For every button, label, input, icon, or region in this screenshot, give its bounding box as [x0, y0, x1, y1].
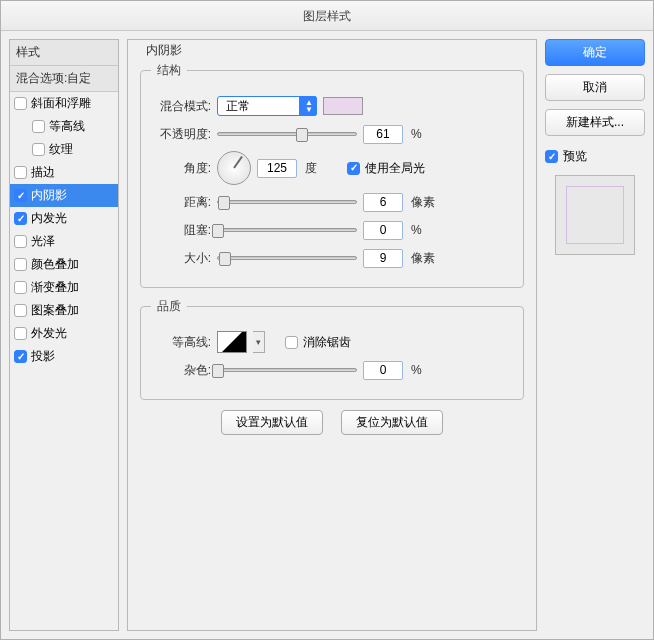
- style-item-10[interactable]: 外发光: [10, 322, 118, 345]
- style-item-0[interactable]: 斜面和浮雕: [10, 92, 118, 115]
- new-style-button[interactable]: 新建样式...: [545, 109, 645, 136]
- styles-header[interactable]: 样式: [10, 40, 118, 66]
- distance-unit: 像素: [411, 194, 441, 211]
- contour-dropdown-icon[interactable]: ▾: [253, 331, 265, 353]
- contour-label: 等高线:: [151, 334, 211, 351]
- structure-legend: 结构: [151, 62, 187, 79]
- global-light-checkbox[interactable]: [347, 162, 360, 175]
- structure-group: 结构 混合模式: 正常 ▲▼ 不透明度: %: [140, 62, 524, 288]
- choke-unit: %: [411, 223, 441, 237]
- set-default-button[interactable]: 设置为默认值: [221, 410, 323, 435]
- choke-label: 阻塞:: [151, 222, 211, 239]
- distance-input[interactable]: [363, 193, 403, 212]
- noise-label: 杂色:: [151, 362, 211, 379]
- size-unit: 像素: [411, 250, 441, 267]
- opacity-slider[interactable]: [217, 132, 357, 136]
- angle-input[interactable]: [257, 159, 297, 178]
- style-item-label: 图案叠加: [31, 302, 79, 319]
- quality-legend: 品质: [151, 298, 187, 315]
- style-item-checkbox[interactable]: [14, 350, 27, 363]
- anti-alias-checkbox[interactable]: [285, 336, 298, 349]
- angle-unit: 度: [305, 160, 335, 177]
- style-item-9[interactable]: 图案叠加: [10, 299, 118, 322]
- style-item-label: 外发光: [31, 325, 67, 342]
- anti-alias-label: 消除锯齿: [303, 334, 351, 351]
- style-item-label: 颜色叠加: [31, 256, 79, 273]
- color-swatch[interactable]: [323, 97, 363, 115]
- style-item-label: 纹理: [49, 141, 73, 158]
- preview-label: 预览: [563, 148, 587, 165]
- style-item-label: 光泽: [31, 233, 55, 250]
- cancel-button[interactable]: 取消: [545, 74, 645, 101]
- style-item-4[interactable]: 内阴影: [10, 184, 118, 207]
- style-item-checkbox[interactable]: [32, 120, 45, 133]
- style-item-5[interactable]: 内发光: [10, 207, 118, 230]
- style-item-label: 斜面和浮雕: [31, 95, 91, 112]
- preview-thumbnail: [555, 175, 635, 255]
- choke-slider[interactable]: [217, 228, 357, 232]
- choke-input[interactable]: [363, 221, 403, 240]
- style-item-6[interactable]: 光泽: [10, 230, 118, 253]
- style-item-label: 内发光: [31, 210, 67, 227]
- style-item-label: 投影: [31, 348, 55, 365]
- ok-button[interactable]: 确定: [545, 39, 645, 66]
- layer-style-dialog: 图层样式 样式 混合选项:自定 斜面和浮雕等高线纹理描边内阴影内发光光泽颜色叠加…: [0, 0, 654, 640]
- distance-label: 距离:: [151, 194, 211, 211]
- contour-picker[interactable]: [217, 331, 247, 353]
- style-item-checkbox[interactable]: [14, 235, 27, 248]
- size-input[interactable]: [363, 249, 403, 268]
- size-slider[interactable]: [217, 256, 357, 260]
- style-item-checkbox[interactable]: [14, 327, 27, 340]
- style-item-checkbox[interactable]: [14, 304, 27, 317]
- dialog-content: 样式 混合选项:自定 斜面和浮雕等高线纹理描边内阴影内发光光泽颜色叠加渐变叠加图…: [1, 31, 653, 639]
- style-item-checkbox[interactable]: [14, 258, 27, 271]
- angle-label: 角度:: [151, 160, 211, 177]
- style-item-3[interactable]: 描边: [10, 161, 118, 184]
- style-item-checkbox[interactable]: [14, 166, 27, 179]
- style-item-checkbox[interactable]: [14, 212, 27, 225]
- style-item-label: 描边: [31, 164, 55, 181]
- size-label: 大小:: [151, 250, 211, 267]
- global-light-label: 使用全局光: [365, 160, 425, 177]
- style-item-label: 内阴影: [31, 187, 67, 204]
- style-item-7[interactable]: 颜色叠加: [10, 253, 118, 276]
- style-item-8[interactable]: 渐变叠加: [10, 276, 118, 299]
- center-panel: 内阴影 结构 混合模式: 正常 ▲▼ 不透明度:: [127, 39, 537, 631]
- opacity-unit: %: [411, 127, 441, 141]
- style-item-checkbox[interactable]: [14, 97, 27, 110]
- noise-slider[interactable]: [217, 368, 357, 372]
- panel-title: 内阴影: [142, 42, 186, 59]
- angle-dial[interactable]: [217, 151, 251, 185]
- style-item-2[interactable]: 纹理: [10, 138, 118, 161]
- right-column: 确定 取消 新建样式... 预览: [545, 39, 645, 631]
- opacity-label: 不透明度:: [151, 126, 211, 143]
- style-item-checkbox[interactable]: [14, 281, 27, 294]
- style-item-11[interactable]: 投影: [10, 345, 118, 368]
- style-item-1[interactable]: 等高线: [10, 115, 118, 138]
- noise-unit: %: [411, 363, 441, 377]
- style-item-label: 渐变叠加: [31, 279, 79, 296]
- blend-mode-label: 混合模式:: [151, 98, 211, 115]
- style-item-checkbox[interactable]: [32, 143, 45, 156]
- reset-default-button[interactable]: 复位为默认值: [341, 410, 443, 435]
- preview-checkbox[interactable]: [545, 150, 558, 163]
- style-item-checkbox[interactable]: [14, 189, 27, 202]
- distance-slider[interactable]: [217, 200, 357, 204]
- noise-input[interactable]: [363, 361, 403, 380]
- blend-options-header[interactable]: 混合选项:自定: [10, 66, 118, 92]
- styles-list-panel: 样式 混合选项:自定 斜面和浮雕等高线纹理描边内阴影内发光光泽颜色叠加渐变叠加图…: [9, 39, 119, 631]
- blend-mode-select[interactable]: 正常: [217, 96, 317, 116]
- opacity-input[interactable]: [363, 125, 403, 144]
- quality-group: 品质 等高线: ▾ 消除锯齿 杂色: %: [140, 298, 524, 400]
- style-item-label: 等高线: [49, 118, 85, 135]
- window-title: 图层样式: [1, 1, 653, 31]
